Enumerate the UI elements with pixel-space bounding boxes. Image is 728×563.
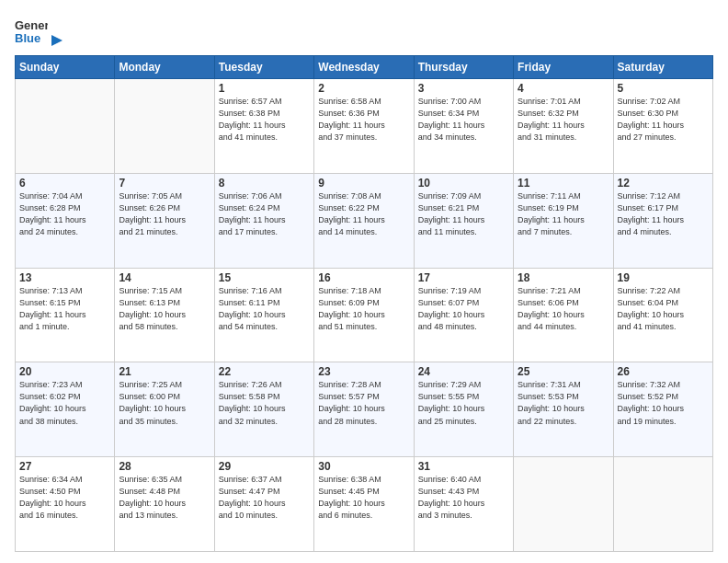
calendar-cell: 29Sunrise: 6:37 AM Sunset: 4:47 PM Dayli…: [214, 457, 313, 552]
day-number: 12: [618, 177, 709, 190]
calendar-cell: 14Sunrise: 7:15 AM Sunset: 6:13 PM Dayli…: [115, 268, 214, 362]
calendar-cell: 20Sunrise: 7:23 AM Sunset: 6:02 PM Dayli…: [16, 362, 115, 457]
calendar-cell: [16, 79, 115, 174]
day-number: 24: [418, 365, 509, 378]
calendar-cell: 19Sunrise: 7:22 AM Sunset: 6:04 PM Dayli…: [613, 268, 712, 362]
calendar-cell: 11Sunrise: 7:11 AM Sunset: 6:19 PM Dayli…: [514, 173, 613, 268]
day-number: 26: [618, 365, 709, 378]
calendar-table: SundayMondayTuesdayWednesdayThursdayFrid…: [15, 55, 713, 552]
day-info: Sunrise: 7:08 AM Sunset: 6:22 PM Dayligh…: [318, 190, 409, 238]
day-info: Sunrise: 7:23 AM Sunset: 6:02 PM Dayligh…: [19, 379, 110, 427]
calendar-cell: 22Sunrise: 7:26 AM Sunset: 5:58 PM Dayli…: [214, 362, 313, 457]
day-info: Sunrise: 6:35 AM Sunset: 4:48 PM Dayligh…: [119, 474, 210, 522]
day-number: 23: [318, 365, 409, 378]
day-number: 17: [418, 271, 509, 284]
day-number: 18: [518, 271, 609, 284]
day-number: 6: [19, 177, 110, 190]
calendar-cell: 9Sunrise: 7:08 AM Sunset: 6:22 PM Daylig…: [314, 173, 414, 268]
calendar-cell: 3Sunrise: 7:00 AM Sunset: 6:34 PM Daylig…: [414, 79, 513, 174]
day-number: 13: [19, 271, 110, 284]
calendar-cell: 25Sunrise: 7:31 AM Sunset: 5:53 PM Dayli…: [514, 362, 613, 457]
day-number: 10: [418, 177, 509, 190]
day-number: 2: [318, 82, 409, 95]
calendar-cell: 15Sunrise: 7:16 AM Sunset: 6:11 PM Dayli…: [214, 268, 313, 362]
day-number: 27: [19, 460, 110, 473]
logo: General Blue: [15, 15, 64, 48]
day-number: 7: [119, 177, 210, 190]
calendar-cell: [115, 79, 214, 174]
day-number: 14: [119, 271, 210, 284]
day-info: Sunrise: 7:15 AM Sunset: 6:13 PM Dayligh…: [119, 285, 210, 333]
weekday-header-wednesday: Wednesday: [314, 56, 414, 79]
day-number: 9: [318, 177, 409, 190]
day-info: Sunrise: 7:11 AM Sunset: 6:19 PM Dayligh…: [518, 190, 609, 238]
day-info: Sunrise: 6:57 AM Sunset: 6:38 PM Dayligh…: [219, 96, 310, 144]
day-info: Sunrise: 7:12 AM Sunset: 6:17 PM Dayligh…: [618, 190, 709, 238]
calendar-week-1: 1Sunrise: 6:57 AM Sunset: 6:38 PM Daylig…: [16, 79, 713, 174]
calendar-cell: 2Sunrise: 6:58 AM Sunset: 6:36 PM Daylig…: [314, 79, 414, 174]
calendar-cell: [613, 457, 712, 552]
weekday-header-tuesday: Tuesday: [214, 56, 313, 79]
day-number: 28: [119, 460, 210, 473]
day-number: 25: [518, 365, 609, 378]
day-info: Sunrise: 7:18 AM Sunset: 6:09 PM Dayligh…: [318, 285, 409, 333]
weekday-header-row: SundayMondayTuesdayWednesdayThursdayFrid…: [16, 56, 713, 79]
calendar-cell: [514, 457, 613, 552]
day-number: 8: [219, 177, 310, 190]
day-info: Sunrise: 7:00 AM Sunset: 6:34 PM Dayligh…: [418, 96, 509, 144]
weekday-header-thursday: Thursday: [414, 56, 513, 79]
day-info: Sunrise: 6:34 AM Sunset: 4:50 PM Dayligh…: [19, 474, 110, 522]
svg-text:General: General: [15, 18, 48, 32]
calendar-cell: 26Sunrise: 7:32 AM Sunset: 5:52 PM Dayli…: [613, 362, 712, 457]
calendar-cell: 10Sunrise: 7:09 AM Sunset: 6:21 PM Dayli…: [414, 173, 513, 268]
day-info: Sunrise: 6:38 AM Sunset: 4:45 PM Dayligh…: [318, 474, 409, 522]
day-info: Sunrise: 7:13 AM Sunset: 6:15 PM Dayligh…: [19, 285, 110, 333]
calendar-week-4: 20Sunrise: 7:23 AM Sunset: 6:02 PM Dayli…: [16, 362, 713, 457]
weekday-header-saturday: Saturday: [613, 56, 712, 79]
calendar-cell: 16Sunrise: 7:18 AM Sunset: 6:09 PM Dayli…: [314, 268, 414, 362]
day-info: Sunrise: 7:16 AM Sunset: 6:11 PM Dayligh…: [219, 285, 310, 333]
day-number: 16: [318, 271, 409, 284]
calendar-cell: 5Sunrise: 7:02 AM Sunset: 6:30 PM Daylig…: [613, 79, 712, 174]
day-info: Sunrise: 7:02 AM Sunset: 6:30 PM Dayligh…: [618, 96, 709, 144]
day-info: Sunrise: 7:29 AM Sunset: 5:55 PM Dayligh…: [418, 379, 509, 427]
day-number: 5: [618, 82, 709, 95]
calendar-cell: 13Sunrise: 7:13 AM Sunset: 6:15 PM Dayli…: [16, 268, 115, 362]
calendar-cell: 30Sunrise: 6:38 AM Sunset: 4:45 PM Dayli…: [314, 457, 414, 552]
calendar-week-2: 6Sunrise: 7:04 AM Sunset: 6:28 PM Daylig…: [16, 173, 713, 268]
day-info: Sunrise: 7:21 AM Sunset: 6:06 PM Dayligh…: [518, 285, 609, 333]
day-info: Sunrise: 7:01 AM Sunset: 6:32 PM Dayligh…: [518, 96, 609, 144]
calendar-week-5: 27Sunrise: 6:34 AM Sunset: 4:50 PM Dayli…: [16, 457, 713, 552]
day-number: 22: [219, 365, 310, 378]
calendar-cell: 23Sunrise: 7:28 AM Sunset: 5:57 PM Dayli…: [314, 362, 414, 457]
svg-text:Blue: Blue: [15, 31, 40, 45]
day-info: Sunrise: 7:09 AM Sunset: 6:21 PM Dayligh…: [418, 190, 509, 238]
day-number: 31: [418, 460, 509, 473]
day-number: 11: [518, 177, 609, 190]
calendar-cell: 6Sunrise: 7:04 AM Sunset: 6:28 PM Daylig…: [16, 173, 115, 268]
day-info: Sunrise: 7:06 AM Sunset: 6:24 PM Dayligh…: [219, 190, 310, 238]
day-number: 15: [219, 271, 310, 284]
day-info: Sunrise: 7:28 AM Sunset: 5:57 PM Dayligh…: [318, 379, 409, 427]
calendar-cell: 18Sunrise: 7:21 AM Sunset: 6:06 PM Dayli…: [514, 268, 613, 362]
calendar-cell: 21Sunrise: 7:25 AM Sunset: 6:00 PM Dayli…: [115, 362, 214, 457]
calendar-cell: 1Sunrise: 6:57 AM Sunset: 6:38 PM Daylig…: [214, 79, 313, 174]
day-info: Sunrise: 7:19 AM Sunset: 6:07 PM Dayligh…: [418, 285, 509, 333]
svg-marker-2: [51, 35, 63, 46]
day-number: 1: [219, 82, 310, 95]
day-info: Sunrise: 7:26 AM Sunset: 5:58 PM Dayligh…: [219, 379, 310, 427]
day-number: 19: [618, 271, 709, 284]
day-number: 29: [219, 460, 310, 473]
day-info: Sunrise: 6:37 AM Sunset: 4:47 PM Dayligh…: [219, 474, 310, 522]
day-number: 4: [518, 82, 609, 95]
day-info: Sunrise: 7:04 AM Sunset: 6:28 PM Dayligh…: [19, 190, 110, 238]
calendar-cell: 4Sunrise: 7:01 AM Sunset: 6:32 PM Daylig…: [514, 79, 613, 174]
calendar-cell: 17Sunrise: 7:19 AM Sunset: 6:07 PM Dayli…: [414, 268, 513, 362]
day-info: Sunrise: 6:40 AM Sunset: 4:43 PM Dayligh…: [418, 474, 509, 522]
calendar-cell: 28Sunrise: 6:35 AM Sunset: 4:48 PM Dayli…: [115, 457, 214, 552]
calendar-week-3: 13Sunrise: 7:13 AM Sunset: 6:15 PM Dayli…: [16, 268, 713, 362]
calendar-cell: 31Sunrise: 6:40 AM Sunset: 4:43 PM Dayli…: [414, 457, 513, 552]
day-number: 20: [19, 365, 110, 378]
day-info: Sunrise: 7:05 AM Sunset: 6:26 PM Dayligh…: [119, 190, 210, 238]
weekday-header-sunday: Sunday: [16, 56, 115, 79]
